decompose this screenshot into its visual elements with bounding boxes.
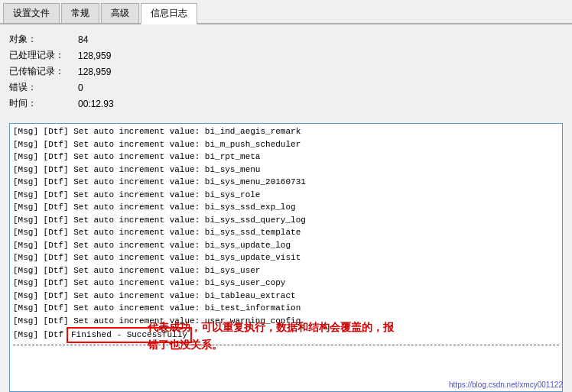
log-line: [Msg] [Dtf] Set auto increment value: us…	[13, 315, 559, 328]
log-line: [Msg] [Dtf] Set auto increment value: bi…	[13, 189, 559, 202]
processed-value: 128,959	[78, 50, 111, 61]
tab-settings[interactable]: 设置文件	[3, 3, 60, 23]
log-line: [Msg] [Dtf] Set auto increment value: bi…	[13, 302, 559, 315]
object-row: 对象： 84	[9, 32, 563, 47]
log-line: [Msg] [Dtf] Set auto increment value: bi…	[13, 264, 559, 277]
log-line: [Msg] [Dtf] Set auto increment value: bi…	[13, 201, 559, 214]
log-line: [Msg] [Dtf] Set auto increment value: bi…	[13, 164, 559, 177]
info-section: 对象： 84 已处理记录： 128,959 已传输记录： 128,959 错误：…	[0, 24, 572, 118]
tab-bar: 设置文件 常规 高级 信息日志	[0, 0, 572, 24]
url-label: https://blog.csdn.net/xmcy001122	[449, 381, 563, 389]
log-line: [Msg] [Dtf] Set auto increment value: bi…	[13, 239, 559, 252]
log-line: [Msg] [Dtf] Set auto increment value: bi…	[13, 226, 559, 239]
log-last-line: [Msg] [Dtf Finished - Successfully	[13, 327, 559, 343]
log-line: [Msg] [Dtf] Set auto increment value: bi…	[13, 214, 559, 227]
log-line: [Msg] [Dtf] Set auto increment value: bi…	[13, 176, 559, 189]
dashed-separator	[13, 345, 559, 345]
log-line: [Msg] [Dtf] Set auto increment value: bi…	[13, 138, 559, 151]
time-row: 时间： 00:12.93	[9, 96, 563, 111]
window-body: 对象： 84 已处理记录： 128,959 已传输记录： 128,959 错误：…	[0, 24, 572, 392]
object-label: 对象：	[9, 33, 78, 46]
object-value: 84	[78, 34, 88, 45]
error-label: 错误：	[9, 81, 78, 94]
main-window: 设置文件 常规 高级 信息日志 对象： 84 已处理记录： 128,959 已传…	[0, 0, 572, 392]
log-lines: [Msg] [Dtf] Set auto increment value: bi…	[13, 125, 559, 327]
log-line: [Msg] [Dtf] Set auto increment value: bi…	[13, 151, 559, 164]
log-line: [Msg] [Dtf] Set auto increment value: bi…	[13, 251, 559, 264]
processed-label: 已处理记录：	[9, 49, 78, 62]
log-line: [Msg] [Dtf] Set auto increment value: bi…	[13, 277, 559, 290]
last-line-prefix: [Msg] [Dtf	[13, 329, 63, 342]
transferred-value: 128,959	[78, 66, 111, 77]
log-line: [Msg] [Dtf] Set auto increment value: bi…	[13, 290, 559, 303]
time-label: 时间：	[9, 97, 78, 110]
log-scroll-area[interactable]: [Msg] [Dtf] Set auto increment value: bi…	[10, 124, 562, 391]
transferred-row: 已传输记录： 128,959	[9, 64, 563, 79]
log-line: [Msg] [Dtf] Set auto increment value: bi…	[13, 125, 559, 138]
time-value: 00:12.93	[78, 99, 114, 109]
tab-advanced[interactable]: 高级	[101, 3, 139, 23]
processed-row: 已处理记录： 128,959	[9, 48, 563, 63]
tab-infolog[interactable]: 信息日志	[141, 3, 197, 24]
error-value: 0	[78, 83, 83, 93]
log-container[interactable]: [Msg] [Dtf] Set auto increment value: bi…	[9, 123, 563, 392]
tab-general[interactable]: 常规	[61, 3, 99, 23]
finished-successfully-badge: Finished - Successfully	[67, 327, 192, 343]
transferred-label: 已传输记录：	[9, 65, 78, 78]
error-row: 错误： 0	[9, 80, 563, 95]
